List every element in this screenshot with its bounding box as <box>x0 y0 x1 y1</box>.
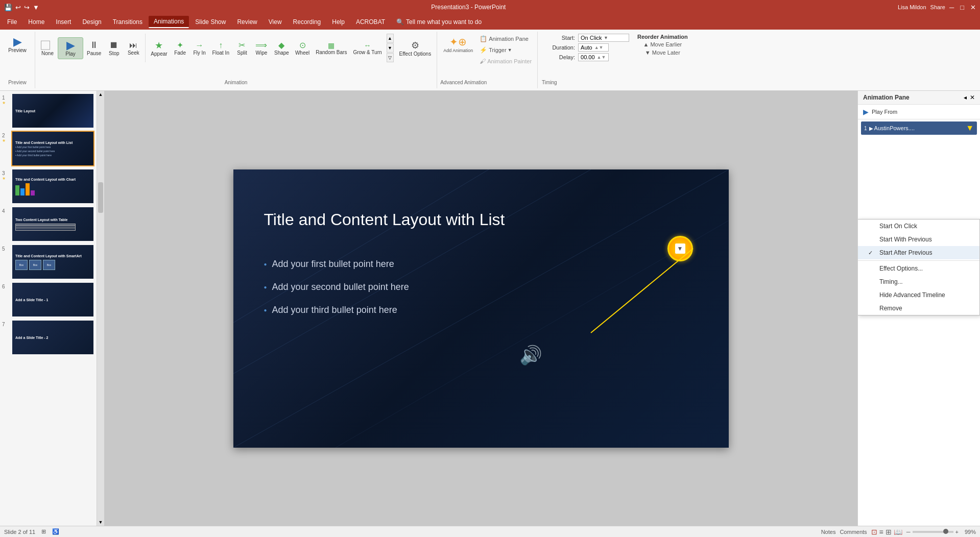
pause-button[interactable]: ⏸ Pause <box>84 38 104 58</box>
wheel-button[interactable]: ⊙ Wheel <box>293 39 312 57</box>
share-button[interactable]: Share <box>930 4 945 10</box>
quick-access-icons[interactable]: 💾 ↩ ↪ ▼ <box>4 4 39 11</box>
slide-img-4[interactable]: Two Content Layout with Table <box>11 206 94 242</box>
slide-thumbnail-3[interactable]: 3 ★ Title and Content Layout with Chart <box>2 168 94 204</box>
slide-panel-scrollbar[interactable]: ▲ ▼ <box>97 91 104 526</box>
zoom-in-btn[interactable]: + <box>955 529 959 535</box>
stop-button[interactable]: ⏹ Stop <box>105 38 123 58</box>
anim-pane-close[interactable]: ✕ <box>970 94 975 101</box>
slide-img-6[interactable]: Add a Slide Title - 1 <box>11 282 94 318</box>
slide-title[interactable]: Title and Content Layout with List <box>264 210 698 229</box>
randombars-button[interactable]: ▦ Random Bars <box>313 40 349 57</box>
menu-file[interactable]: File <box>2 16 22 28</box>
slide-thumbnail-4[interactable]: 4 ★ Two Content Layout with Table <box>2 206 94 242</box>
move-later-button[interactable]: ▼ Move Later <box>637 49 688 56</box>
play-button[interactable]: ▶ Play <box>58 37 83 59</box>
notes-button[interactable]: Notes <box>821 529 836 535</box>
split-button[interactable]: ✂ Split <box>233 39 251 57</box>
menu-search[interactable]: 🔍 Tell me what you want to do <box>391 16 487 28</box>
menu-help[interactable]: Help <box>327 16 350 28</box>
zoom-slider[interactable] <box>913 531 953 533</box>
effect-options-button[interactable]: ⚙ Effect Options <box>397 38 434 58</box>
duration-input[interactable]: Auto ▲▼ <box>578 43 609 52</box>
window-controls[interactable]: ─ □ ✕ <box>949 4 976 11</box>
ctx-timing[interactable]: Timing... <box>858 275 979 288</box>
slide-img-7[interactable]: Add a Slide Title - 2 <box>11 320 94 355</box>
animation-painter-button[interactable]: 🖌 Animation Painter <box>477 56 534 66</box>
scroll-up-arrow[interactable]: ▲ <box>98 91 104 98</box>
comments-button[interactable]: Comments <box>840 529 867 535</box>
ctx-remove[interactable]: Remove <box>858 302 979 315</box>
zoom-level[interactable]: 99% <box>961 529 976 535</box>
anim-scroll-up[interactable]: ▲ <box>387 34 394 43</box>
trigger-button[interactable]: ⚡ Trigger ▼ <box>477 45 534 55</box>
slide-img-5[interactable]: Title and Content Layout with SmartArt B… <box>11 244 94 280</box>
none-button[interactable]: ⃞ None <box>38 38 57 58</box>
menu-view[interactable]: View <box>264 16 287 28</box>
menu-insert[interactable]: Insert <box>51 16 76 28</box>
ctx-start-after-previous[interactable]: ✓ Start After Previous <box>858 246 979 259</box>
anim-item-dropdown-btn[interactable]: ▼ <box>966 124 974 133</box>
save-icon[interactable]: 💾 <box>4 4 12 11</box>
fade-button[interactable]: ✦ Fade <box>171 39 189 57</box>
anim-scroll-down[interactable]: ▼ <box>387 43 394 53</box>
close-icon[interactable]: ✕ <box>970 4 976 11</box>
start-dropdown[interactable]: On Click ▼ <box>578 34 629 42</box>
zoom-slider-thumb[interactable] <box>943 529 948 534</box>
wipe-button[interactable]: ⟹ Wipe <box>252 39 271 57</box>
animation-pane-button[interactable]: 📋 Animation Pane <box>477 34 534 44</box>
scroll-track[interactable] <box>97 98 104 519</box>
animation-item-1[interactable]: 1 ▶ AustinPowers.... ▼ <box>861 121 977 135</box>
restore-icon[interactable]: □ <box>960 4 964 11</box>
slide-img-1[interactable]: Title Layout <box>11 93 94 129</box>
scroll-thumb[interactable] <box>98 182 103 213</box>
slide-thumbnail-2[interactable]: 2 ★ Title and Content Layout with List •… <box>2 131 94 166</box>
redo-icon[interactable]: ↪ <box>24 4 30 11</box>
slide-thumbnail-7[interactable]: 7 ★ Add a Slide Title - 2 <box>2 320 94 355</box>
anim-pane-collapse[interactable]: ◂ <box>964 94 967 101</box>
slide-img-3[interactable]: Title and Content Layout with Chart <box>11 168 94 204</box>
anim-effect-options[interactable]: ▽ <box>387 53 394 62</box>
menu-home[interactable]: Home <box>23 16 50 28</box>
customize-icon[interactable]: ▼ <box>33 4 39 11</box>
menu-slideshow[interactable]: Slide Show <box>190 16 231 28</box>
shape-button[interactable]: ◆ Shape <box>272 39 292 57</box>
move-earlier-button[interactable]: ▲ Move Earlier <box>637 41 688 48</box>
preview-button[interactable]: ▶ Preview <box>4 34 31 56</box>
ctx-start-with-previous[interactable]: Start With Previous <box>858 233 979 246</box>
menu-recording[interactable]: Recording <box>288 16 326 28</box>
add-animation-button[interactable]: ✦⊕ Add Animation <box>440 34 476 55</box>
menu-review[interactable]: Review <box>232 16 262 28</box>
slide-thumbnail-1[interactable]: 1 ★ Title Layout <box>2 93 94 129</box>
zoom-out-btn[interactable]: ─ <box>906 529 911 535</box>
minimize-icon[interactable]: ─ <box>949 4 954 11</box>
main-slide-canvas[interactable]: Title and Content Layout with List ● Add… <box>233 169 729 448</box>
slide-bullet-1[interactable]: ● Add your first bullet point here <box>264 259 698 270</box>
floatin-button[interactable]: ↑ Float In <box>210 39 232 57</box>
appear-button[interactable]: ★ Appear <box>148 38 170 58</box>
slide-bullet-3[interactable]: ● Add your third bullet point here <box>264 305 698 315</box>
menu-design[interactable]: Design <box>77 16 106 28</box>
ctx-start-on-click[interactable]: Start On Click <box>858 219 979 233</box>
play-from-row[interactable]: ▶ Play From <box>858 105 980 119</box>
slideshow-view-btn[interactable]: ⊞ <box>886 528 892 536</box>
menu-animations[interactable]: Animations <box>149 16 189 28</box>
scroll-down-arrow[interactable]: ▼ <box>98 519 104 526</box>
slide-thumbnail-5[interactable]: 5 ★ Title and Content Layout with SmartA… <box>2 244 94 280</box>
growturn-button[interactable]: ↔ Grow & Turn <box>350 40 384 57</box>
animation-indicator[interactable]: ▼ <box>667 236 693 261</box>
flyin-button[interactable]: → Fly In <box>190 39 209 57</box>
normal-view-btn[interactable]: ⊡ <box>871 528 877 536</box>
menu-acrobat[interactable]: ACROBAT <box>351 16 390 28</box>
reading-view-btn[interactable]: 📖 <box>894 528 902 536</box>
seek-button[interactable]: ⏭ Seek <box>124 39 142 57</box>
slide-thumbnail-6[interactable]: 6 ★ Add a Slide Title - 1 <box>2 282 94 318</box>
delay-input[interactable]: 00.00 ▲▼ <box>578 53 609 61</box>
undo-icon[interactable]: ↩ <box>15 4 21 11</box>
slide-img-2[interactable]: Title and Content Layout with List • Add… <box>11 131 94 166</box>
outline-view-btn[interactable]: ≡ <box>879 528 883 536</box>
ctx-effect-options[interactable]: Effect Options... <box>858 262 979 275</box>
slide-bullet-2[interactable]: ● Add your second bullet point here <box>264 282 698 292</box>
ctx-hide-advanced[interactable]: Hide Advanced Timeline <box>858 288 979 302</box>
menu-transitions[interactable]: Transitions <box>108 16 148 28</box>
